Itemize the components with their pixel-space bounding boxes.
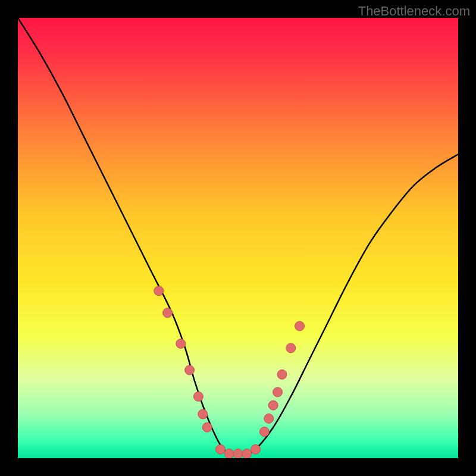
watermark-text: TheBottleneck.com [358,4,470,19]
chart-background [18,18,458,458]
scatter-point [154,286,164,296]
scatter-point [251,444,261,454]
scatter-point [215,444,225,454]
scatter-point [233,449,243,458]
scatter-point [277,369,287,379]
scatter-point [295,321,305,331]
scatter-point [224,449,234,458]
scatter-point [198,409,208,419]
scatter-point [185,365,195,375]
scatter-point [163,308,173,318]
scatter-point [242,449,252,458]
chart-plot-area [18,18,458,458]
chart-svg [18,18,458,458]
scatter-point [259,427,269,437]
scatter-point [176,339,186,349]
scatter-point [268,400,278,410]
scatter-point [202,422,212,432]
scatter-point [193,392,203,401]
scatter-point [286,343,296,353]
scatter-point [273,387,283,397]
scatter-point [264,414,274,423]
